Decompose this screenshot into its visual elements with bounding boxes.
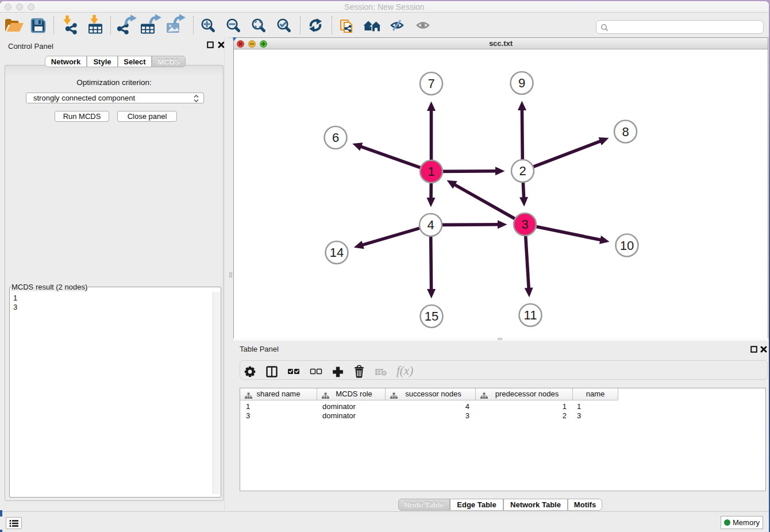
svg-text:6: 6 bbox=[332, 130, 339, 145]
svg-text:15: 15 bbox=[425, 309, 438, 323]
svg-text:9: 9 bbox=[518, 76, 525, 90]
svg-text:1: 1 bbox=[428, 164, 434, 179]
svg-text:11: 11 bbox=[524, 308, 537, 322]
svg-text:10: 10 bbox=[620, 238, 634, 253]
svg-text:4: 4 bbox=[427, 218, 434, 232]
svg-text:2: 2 bbox=[519, 164, 526, 178]
svg-text:8: 8 bbox=[622, 125, 629, 139]
svg-text:3: 3 bbox=[521, 217, 528, 232]
svg-text:7: 7 bbox=[428, 76, 434, 91]
svg-text:14: 14 bbox=[330, 245, 344, 260]
